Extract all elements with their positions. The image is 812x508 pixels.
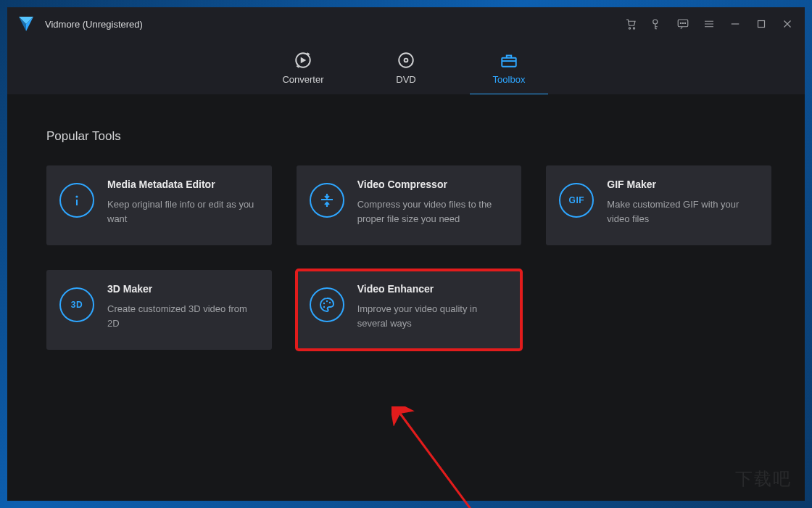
svg-point-1: [633, 28, 634, 29]
tool-title: 3D Maker: [107, 283, 257, 295]
tab-label: Converter: [282, 74, 323, 85]
tab-dvd[interactable]: DVD: [367, 44, 445, 94]
tool-title: Video Enhancer: [357, 283, 508, 295]
palette-icon: [310, 287, 344, 322]
svg-point-12: [75, 195, 78, 197]
svg-point-2: [653, 20, 658, 24]
svg-point-6: [684, 22, 685, 23]
content-area: Popular Tools Media Metadata Editor Keep…: [7, 94, 805, 501]
svg-point-15: [328, 302, 330, 303]
tab-converter[interactable]: Converter: [264, 44, 342, 94]
top-tabs: Converter DVD Toolbox: [7, 41, 805, 94]
tab-label: Toolbox: [493, 74, 526, 85]
tool-desc: Improve your video quality in several wa…: [357, 302, 508, 331]
tool-video-compressor[interactable]: Video Compressor Compress your video fil…: [297, 165, 522, 245]
svg-point-4: [680, 22, 681, 23]
watermark: 下载吧: [735, 467, 792, 491]
compress-icon: [310, 183, 344, 218]
tool-title: Video Compressor: [357, 179, 508, 190]
gif-icon-text: GIF: [569, 195, 585, 205]
app-logo-icon: [17, 15, 35, 33]
svg-point-9: [399, 53, 413, 67]
svg-rect-11: [502, 58, 516, 67]
tool-desc: Make customized GIF with your video file…: [607, 197, 757, 226]
titlebar: Vidmore (Unregistered): [7, 7, 805, 41]
annotation-arrow-icon: [392, 406, 522, 508]
tool-metadata-editor[interactable]: Media Metadata Editor Keep original file…: [46, 165, 272, 245]
svg-point-13: [323, 303, 324, 304]
minimize-icon[interactable]: [724, 12, 747, 36]
info-icon: [59, 183, 94, 218]
three-d-icon-text: 3D: [71, 300, 83, 310]
menu-icon[interactable]: [697, 12, 721, 36]
tool-video-enhancer[interactable]: Video Enhancer Improve your video qualit…: [297, 270, 522, 350]
cart-icon[interactable]: [619, 12, 642, 36]
key-icon[interactable]: [645, 12, 668, 36]
section-title: Popular Tools: [46, 129, 766, 144]
tool-gif-maker[interactable]: GIF GIF Maker Make customized GIF with y…: [546, 165, 771, 245]
tool-desc: Compress your video files to the proper …: [357, 197, 508, 226]
toolbox-icon: [500, 51, 518, 70]
tool-title: Media Metadata Editor: [107, 179, 257, 190]
feedback-icon[interactable]: [671, 12, 695, 36]
tool-desc: Create customized 3D video from 2D: [107, 302, 257, 331]
app-title: Vidmore (Unregistered): [45, 19, 143, 30]
tools-grid: Media Metadata Editor Keep original file…: [46, 165, 771, 350]
three-d-icon: 3D: [59, 287, 94, 322]
converter-icon: [294, 51, 312, 70]
tool-3d-maker[interactable]: 3D 3D Maker Create customized 3D video f…: [46, 270, 272, 350]
gif-icon: GIF: [559, 183, 594, 218]
dvd-icon: [397, 51, 415, 70]
titlebar-actions: [619, 12, 799, 36]
svg-point-10: [405, 59, 408, 62]
svg-line-17: [400, 414, 508, 508]
svg-point-5: [682, 22, 683, 23]
maximize-icon[interactable]: [750, 12, 773, 36]
tool-title: GIF Maker: [607, 179, 757, 190]
tool-desc: Keep original file info or edit as you w…: [107, 197, 257, 226]
svg-rect-7: [758, 21, 765, 28]
svg-point-16: [323, 306, 324, 308]
svg-point-14: [326, 300, 327, 302]
tab-label: DVD: [396, 74, 415, 85]
svg-point-0: [629, 28, 630, 29]
close-icon[interactable]: [776, 12, 799, 36]
app-window: Vidmore (Unregistered): [7, 7, 805, 501]
tab-toolbox[interactable]: Toolbox: [470, 44, 548, 94]
